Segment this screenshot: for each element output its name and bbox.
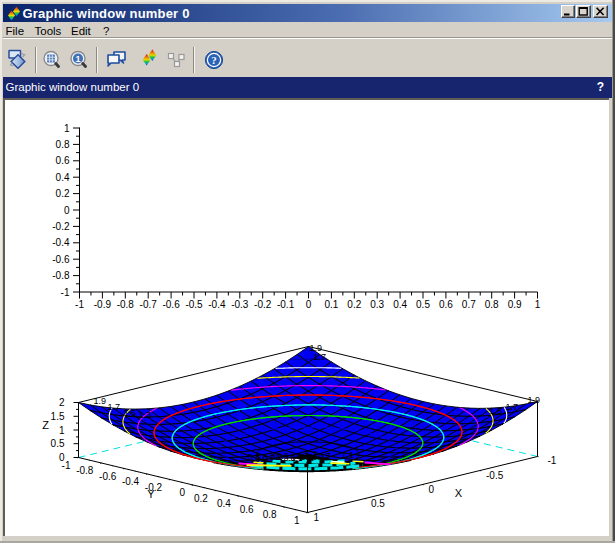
- svg-text:-0.4: -0.4: [208, 299, 226, 310]
- svg-text:0.2: 0.2: [347, 299, 361, 310]
- svg-text:0.4: 0.4: [56, 172, 70, 183]
- svg-text:-0.2: -0.2: [254, 299, 272, 310]
- svg-text:0.1: 0.1: [324, 299, 338, 310]
- svg-text:1.7: 1.7: [108, 402, 121, 412]
- svg-text:0.2: 0.2: [194, 493, 208, 504]
- svg-text:-1: -1: [75, 299, 84, 310]
- svg-text:1.5: 1.5: [51, 411, 65, 422]
- svg-text:-0.8: -0.8: [52, 270, 70, 281]
- svg-text:1: 1: [75, 54, 80, 64]
- svg-text:0.7: 0.7: [263, 453, 276, 463]
- svg-text:0: 0: [429, 484, 435, 495]
- svg-text:-0.1: -0.1: [277, 299, 295, 310]
- svg-text:-0.8: -0.8: [117, 299, 135, 310]
- svg-text:0.6: 0.6: [240, 504, 254, 515]
- svg-text:0.2: 0.2: [56, 188, 70, 199]
- svg-text:0.8: 0.8: [56, 139, 70, 150]
- svg-text:-0.5: -0.5: [185, 299, 203, 310]
- svg-text:-0.9: -0.9: [94, 299, 112, 310]
- svg-text:0.6: 0.6: [439, 299, 453, 310]
- svg-text:0.5: 0.5: [371, 498, 385, 509]
- svg-text:-0.5: -0.5: [486, 470, 504, 481]
- svg-text:-0.7: -0.7: [140, 299, 158, 310]
- svg-text:1.5: 1.5: [490, 406, 503, 416]
- svg-text:-0.3: -0.3: [231, 299, 249, 310]
- svg-text:0.5: 0.5: [51, 438, 65, 449]
- svg-text:0.1: 0.1: [313, 452, 326, 462]
- svg-text:-0.8: -0.8: [76, 465, 94, 476]
- svg-text:1.3: 1.3: [139, 410, 152, 420]
- svg-text:-1: -1: [548, 455, 557, 466]
- svg-text:Z: Z: [42, 419, 49, 431]
- svg-text:0.3: 0.3: [301, 452, 314, 462]
- svg-text:Y: Y: [147, 488, 155, 500]
- svg-text:-0.6: -0.6: [99, 471, 117, 482]
- svg-text:0.9: 0.9: [277, 451, 290, 461]
- svg-text:1.9: 1.9: [528, 395, 541, 405]
- svg-text:0.3: 0.3: [248, 452, 261, 462]
- svg-text:0.3: 0.3: [370, 299, 384, 310]
- svg-text:0: 0: [306, 299, 312, 310]
- svg-text:0.8: 0.8: [485, 299, 499, 310]
- svg-text:1: 1: [64, 123, 70, 134]
- svg-text:2: 2: [59, 397, 65, 408]
- svg-text:1: 1: [314, 512, 320, 523]
- svg-text:1: 1: [294, 515, 300, 526]
- svg-text:0.7: 0.7: [462, 299, 476, 310]
- svg-text:1: 1: [59, 425, 65, 436]
- svg-text:-0.4: -0.4: [52, 237, 70, 248]
- svg-text:0.5: 0.5: [416, 299, 430, 310]
- svg-text:-0.6: -0.6: [52, 254, 70, 265]
- svg-text:0.6: 0.6: [56, 155, 70, 166]
- svg-text:0.4: 0.4: [393, 299, 407, 310]
- svg-text:-1: -1: [61, 287, 70, 298]
- svg-text:1.7: 1.7: [506, 402, 519, 412]
- svg-text:1.9: 1.9: [94, 396, 107, 406]
- svg-text:-0.2: -0.2: [52, 221, 70, 232]
- svg-text:0: 0: [179, 487, 185, 498]
- svg-text:1.7: 1.7: [314, 352, 327, 362]
- svg-text:1.5: 1.5: [124, 408, 137, 418]
- svg-text:0.4: 0.4: [217, 498, 231, 509]
- svg-text:?: ?: [211, 54, 217, 66]
- svg-text:0.8: 0.8: [263, 509, 277, 520]
- svg-text:-0.6: -0.6: [162, 299, 180, 310]
- svg-text:1: 1: [535, 299, 541, 310]
- svg-text:-1: -1: [62, 460, 71, 471]
- svg-text:0: 0: [64, 205, 70, 216]
- svg-text:X: X: [455, 487, 463, 499]
- svg-text:-0.4: -0.4: [122, 476, 140, 487]
- svg-text:0.9: 0.9: [508, 299, 522, 310]
- svg-text:1.1: 1.1: [342, 450, 355, 460]
